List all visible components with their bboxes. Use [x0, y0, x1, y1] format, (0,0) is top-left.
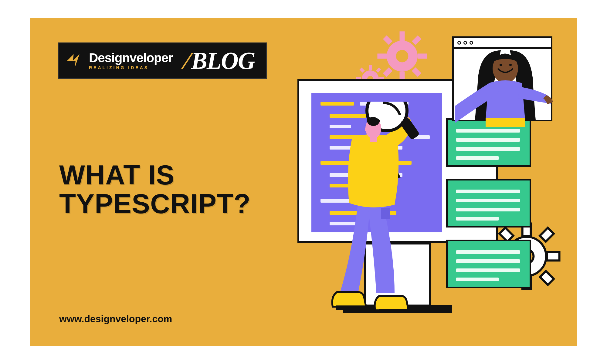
brand-logo-icon	[65, 50, 86, 71]
note-card	[446, 179, 531, 228]
person-pointing-illustration	[455, 47, 555, 138]
svg-rect-16	[360, 68, 365, 73]
svg-rect-9	[412, 67, 421, 77]
svg-rect-29	[540, 271, 554, 285]
window-dot-icon	[457, 41, 461, 45]
person-magnifier-illustration	[316, 102, 431, 320]
brand-badge: Designveloper REALIZING IDEAS /BLOG	[58, 42, 267, 79]
svg-rect-25	[547, 252, 559, 261]
site-url: www.designveloper.com	[59, 313, 172, 325]
svg-rect-39	[370, 136, 377, 142]
svg-rect-7	[412, 35, 421, 45]
svg-rect-12	[369, 65, 372, 70]
brand-text: Designveloper REALIZING IDEAS	[89, 52, 173, 70]
post-title: WHAT IS TYPESCRIPT?	[59, 161, 251, 218]
svg-point-1	[396, 50, 409, 62]
hero-illustration	[273, 30, 568, 328]
blog-hero-graphic: Designveloper REALIZING IDEAS /BLOG WHAT…	[30, 18, 577, 346]
svg-point-31	[500, 64, 502, 66]
brand-tagline: REALIZING IDEAS	[89, 66, 173, 70]
svg-rect-34	[381, 208, 390, 219]
window-dot-icon	[463, 41, 467, 45]
window-dot-icon	[470, 41, 473, 45]
brand-name: Designveloper	[89, 52, 173, 64]
svg-rect-4	[377, 54, 387, 59]
svg-rect-6	[383, 35, 392, 45]
note-card	[446, 240, 531, 288]
svg-point-32	[509, 64, 512, 66]
svg-rect-33	[486, 118, 525, 127]
blog-label: /BLOG	[184, 47, 255, 75]
svg-rect-5	[418, 54, 427, 59]
svg-rect-2	[400, 31, 405, 41]
svg-rect-17	[376, 68, 381, 73]
svg-point-40	[365, 127, 370, 132]
svg-rect-27	[540, 228, 554, 242]
